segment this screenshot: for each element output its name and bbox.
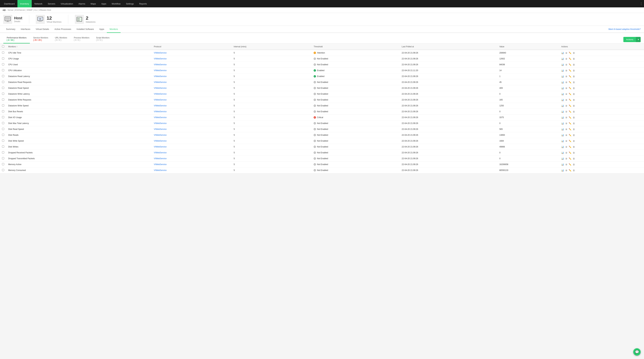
nav-reports[interactable]: Reports [136,0,150,8]
chart-icon[interactable]: 📊 [561,81,564,84]
row-checkbox[interactable] [2,134,4,136]
delete-icon[interactable]: 🗑 [573,93,575,95]
nav-apps[interactable]: Apps [98,0,109,8]
delete-icon[interactable]: 🗑 [573,146,575,148]
chart-icon[interactable]: 📊 [561,87,564,90]
device-name[interactable]: n2- [3,9,6,12]
edit-icon[interactable]: ✏️ [569,75,572,78]
row-checkbox[interactable] [2,146,4,148]
chart-icon[interactable]: 📊 [561,157,564,160]
row-checkbox[interactable] [2,57,4,60]
edit-icon[interactable]: ✏️ [569,104,572,107]
monitor-icon[interactable]: 🖥 [565,134,567,136]
edit-icon[interactable]: ✏️ [569,116,572,119]
chart-icon[interactable]: 📊 [561,116,564,119]
nav-dashboard[interactable]: Dashboard [1,0,18,8]
monitor-icon[interactable]: 🖥 [565,169,567,172]
row-checkbox[interactable] [2,116,4,118]
chart-icon[interactable]: 📊 [561,152,564,154]
delete-icon[interactable]: 🗑 [573,163,575,166]
row-checkbox[interactable] [2,104,4,106]
delete-icon[interactable]: 🗑 [573,87,575,90]
edit-icon[interactable]: ✏️ [569,122,572,125]
nav-inventory[interactable]: Inventory [18,0,32,8]
row-checkbox[interactable] [2,157,4,159]
chart-icon[interactable]: 📊 [561,93,564,95]
ai-adaptive-threshold-link[interactable]: Want AI-based adaptive thresholds? [608,28,641,30]
monitor-icon[interactable]: 🖥 [565,116,567,119]
tab-apps[interactable]: Apps [96,26,107,33]
edit-icon[interactable]: ✏️ [569,52,572,54]
monitor-icon[interactable]: 🖥 [565,52,567,54]
tab-monitors[interactable]: Monitors [107,26,120,33]
delete-icon[interactable]: 🗑 [573,69,575,72]
delete-icon[interactable]: 🗑 [573,99,575,101]
nav-network[interactable]: Network [32,0,45,8]
nav-settings[interactable]: Settings [123,0,136,8]
chart-icon[interactable]: 📊 [561,58,564,60]
nav-virtualization[interactable]: Virtualization [58,0,76,8]
chart-icon[interactable]: 📊 [561,99,564,101]
monitor-icon[interactable]: 🖥 [565,104,567,107]
edit-icon[interactable]: ✏️ [569,81,572,84]
delete-icon[interactable]: 🗑 [573,169,575,172]
delete-icon[interactable]: 🗑 [573,116,575,119]
row-checkbox[interactable] [2,151,4,154]
edit-icon[interactable]: ✏️ [569,69,572,72]
more-options-icon[interactable]: ⋮ [640,2,643,6]
nav-servers[interactable]: Servers [45,0,58,8]
tab-installed-software[interactable]: Installed Software [74,26,96,33]
monitor-icon[interactable]: 🖥 [565,87,567,90]
row-checkbox[interactable] [2,98,4,101]
delete-icon[interactable]: 🗑 [573,157,575,160]
monitor-tab-service[interactable]: Service Monitors ( 25 / 29 ) [30,35,52,44]
delete-icon[interactable]: 🗑 [573,110,575,113]
tab-virtual-details[interactable]: Virtual Details [33,26,52,33]
edit-icon[interactable]: ✏️ [569,152,572,154]
row-checkbox[interactable] [2,52,4,54]
chart-icon[interactable]: 📊 [561,140,564,142]
monitor-tab-url[interactable]: URL Monitors ( 0 / 0 ) [52,35,70,44]
delete-icon[interactable]: 🗑 [573,128,575,130]
edit-icon[interactable]: ✏️ [569,134,572,136]
chart-icon[interactable]: 📊 [561,69,564,72]
row-checkbox[interactable] [2,63,4,66]
delete-icon[interactable]: 🗑 [573,81,575,84]
row-checkbox[interactable] [2,163,4,165]
edit-icon[interactable]: ✏️ [569,163,572,166]
chart-icon[interactable]: 📊 [561,64,564,66]
nav-alarms[interactable]: Alarms [76,0,88,8]
row-checkbox[interactable] [2,140,4,142]
edit-icon[interactable]: ✏️ [569,128,572,130]
delete-icon[interactable]: 🗑 [573,122,575,125]
row-checkbox[interactable] [2,87,4,89]
chart-icon[interactable]: 📊 [561,134,564,136]
tab-active-processes[interactable]: Active Processes [52,26,74,33]
edit-icon[interactable]: ✏️ [569,64,572,66]
monitor-icon[interactable]: 🖥 [565,99,567,101]
chart-icon[interactable]: 📊 [561,104,564,107]
monitor-icon[interactable]: 🖥 [565,93,567,95]
edit-icon[interactable]: ✏️ [569,157,572,160]
select-all-checkbox[interactable] [2,45,4,48]
actions-button[interactable]: Actions [623,37,636,42]
edit-icon[interactable]: ✏️ [569,140,572,142]
monitor-icon[interactable]: 🖥 [565,58,567,60]
chart-icon[interactable]: 📊 [561,75,564,78]
monitor-tab-performance[interactable]: Performance Monitors ( 4 / 34 ) [3,35,30,44]
row-checkbox[interactable] [2,110,4,112]
monitor-icon[interactable]: 🖥 [565,128,567,130]
nav-workflow[interactable]: Workflow [109,0,123,8]
delete-icon[interactable]: 🗑 [573,140,575,142]
monitor-tab-process[interactable]: Process Monitors ( 0 / 0 ) [70,35,93,44]
delete-icon[interactable]: 🗑 [573,75,575,78]
edit-icon[interactable]: ✏️ [569,87,572,90]
actions-dropdown-button[interactable]: ▾ [636,37,641,42]
chart-icon[interactable]: 📊 [561,128,564,130]
edit-icon[interactable]: ✏️ [569,110,572,113]
monitor-icon[interactable]: 🖥 [565,64,567,66]
monitor-icon[interactable]: 🖥 [565,75,567,78]
tab-interfaces[interactable]: Interfaces [18,26,33,33]
monitor-icon[interactable]: 🖥 [565,146,567,148]
edit-icon[interactable]: ✏️ [569,169,572,172]
